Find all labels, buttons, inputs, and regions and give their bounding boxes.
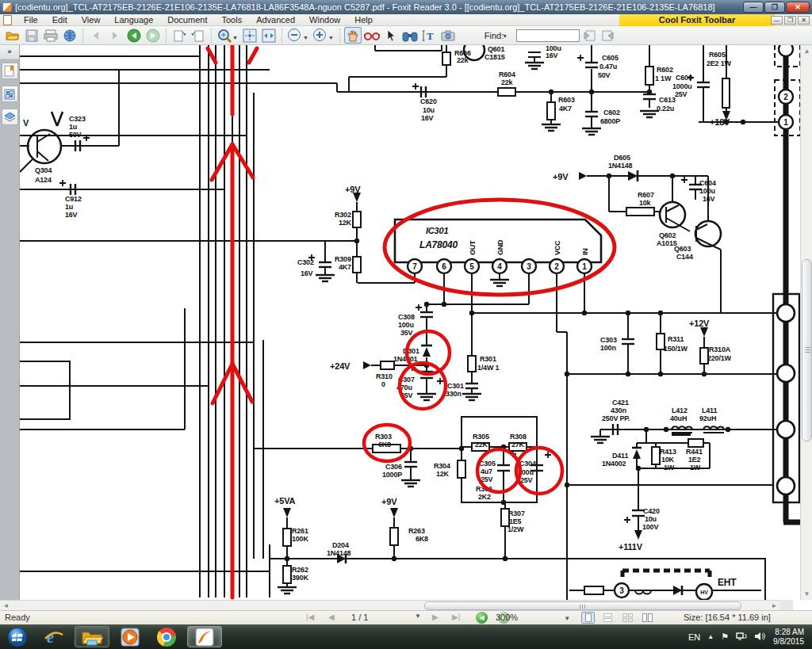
menu-advanced[interactable]: Advanced	[249, 15, 302, 25]
sidebar-item-pages[interactable]	[2, 86, 18, 102]
text-select-button[interactable]: T	[420, 27, 438, 44]
svg-text:R301: R301	[480, 355, 496, 363]
svg-text:Q603: Q603	[674, 245, 691, 253]
menu-window[interactable]: Window	[302, 15, 347, 25]
facing-layout-button[interactable]	[621, 612, 634, 624]
continuous-layout-button[interactable]	[601, 612, 615, 624]
single-page-layout-button[interactable]	[581, 612, 595, 624]
minimize-button[interactable]: —	[743, 2, 764, 13]
back-button[interactable]	[87, 27, 105, 44]
rotate-left-button[interactable]	[170, 27, 188, 44]
snapshot-button[interactable]	[439, 27, 457, 44]
svg-text:1N4002: 1N4002	[602, 460, 626, 468]
volume-icon[interactable]	[754, 632, 765, 643]
menu-document[interactable]: Document	[160, 15, 214, 25]
sidebar-collapse-button[interactable]: »	[0, 45, 19, 59]
zoom-level-combo[interactable]: 300%▼	[496, 613, 570, 622]
rotate-right-button[interactable]	[190, 27, 207, 44]
next-page-button[interactable]: ▶	[432, 613, 439, 621]
find-dropdown[interactable]: ▼	[502, 33, 508, 39]
svg-text:4K7: 4K7	[339, 263, 351, 271]
internet-explorer-icon: e	[44, 628, 64, 647]
pdf-page[interactable]: 7654321OUTGNDVCCIN213HVR60622kQ601C18151…	[20, 45, 800, 600]
find-previous-button[interactable]	[580, 27, 598, 44]
zoom-in-dropdown[interactable]: ▼	[328, 35, 334, 40]
zoom-tool-button[interactable]	[216, 27, 233, 44]
previous-page-button[interactable]: ◀	[328, 613, 335, 621]
email-button[interactable]	[61, 27, 79, 44]
previous-view-button[interactable]	[125, 27, 143, 44]
find-tool-button[interactable]	[401, 27, 419, 44]
menu-view[interactable]: View	[75, 15, 108, 25]
vertical-scroll-thumb[interactable]	[802, 259, 812, 441]
action-center-flag-icon[interactable]: ⚑	[721, 632, 729, 642]
svg-text:25V: 25V	[675, 90, 688, 98]
cool-foxit-toolbar-banner: Cool Foxit Toolbar	[619, 14, 775, 26]
menu-bar: FileEditViewLanguageDocumentToolsAdvance…	[0, 14, 812, 26]
hand-tool-button[interactable]	[344, 27, 362, 44]
sidebar-item-layers[interactable]	[2, 109, 18, 125]
continuous-facing-layout-button[interactable]	[641, 612, 654, 624]
taskbar-item-media-player[interactable]	[113, 626, 147, 647]
mdi-restore-button[interactable]: ❐	[784, 16, 796, 25]
find-next-button[interactable]	[599, 27, 617, 44]
menu-edit[interactable]: Edit	[45, 15, 75, 25]
last-page-button[interactable]: ▶|	[452, 613, 460, 621]
select-tool-button[interactable]	[382, 27, 400, 44]
print-icon	[44, 29, 58, 42]
open-button[interactable]	[4, 27, 21, 44]
network-icon[interactable]	[736, 632, 747, 643]
horizontal-scroll-thumb[interactable]	[424, 601, 741, 610]
print-button[interactable]	[42, 27, 59, 44]
taskbar-item-internet-explorer[interactable]: e	[36, 626, 71, 647]
first-page-button[interactable]: |◀	[306, 613, 314, 621]
svg-text:+24V: +24V	[330, 361, 350, 371]
menu-help[interactable]: Help	[347, 15, 380, 25]
hidden-icons-arrow[interactable]: ▲	[707, 633, 714, 640]
previous-view-button-status[interactable]: ◀	[476, 612, 488, 624]
find-input[interactable]	[516, 29, 580, 42]
svg-text:IN: IN	[581, 248, 589, 255]
reader-glasses-button[interactable]	[363, 27, 381, 44]
zoom-out-dropdown[interactable]: ▼	[303, 35, 308, 40]
schematic-components	[28, 45, 800, 600]
menu-tools[interactable]: Tools	[214, 15, 249, 25]
svg-text:C308: C308	[398, 313, 415, 321]
scroll-up-arrow[interactable]: ▲	[801, 45, 812, 57]
fit-page-button[interactable]	[241, 27, 259, 44]
menu-language[interactable]: Language	[107, 15, 160, 25]
svg-text:+111V: +111V	[619, 542, 643, 552]
next-view-icon	[146, 29, 160, 43]
zoom-out-button[interactable]	[286, 27, 304, 44]
svg-text:C421: C421	[612, 399, 629, 407]
svg-text:GND: GND	[496, 239, 504, 255]
fit-width-button[interactable]	[260, 27, 278, 44]
svg-text:6: 6	[442, 262, 446, 271]
svg-text:50V: 50V	[69, 131, 82, 139]
svg-text:R304: R304	[434, 462, 450, 470]
menu-file[interactable]: File	[17, 15, 45, 25]
next-view-button[interactable]	[144, 27, 162, 44]
taskbar-item-chrome[interactable]	[149, 626, 184, 647]
vertical-scrollbar[interactable]: ▲ ▼	[800, 45, 812, 600]
zoom-tool-dropdown[interactable]: ▼	[232, 35, 238, 40]
mdi-minimize-button[interactable]: —	[771, 16, 783, 25]
taskbar-item-foxit-reader[interactable]	[187, 626, 222, 647]
zoom-in-button[interactable]	[312, 27, 329, 44]
start-button[interactable]	[2, 626, 33, 647]
page-number-combo[interactable]: 1 / 1▼	[351, 613, 421, 622]
close-button[interactable]: ✕	[786, 2, 810, 13]
sidebar-item-bookmarks[interactable]	[2, 63, 18, 79]
mdi-close-button[interactable]: ✕	[798, 16, 810, 25]
svg-text:C323: C323	[69, 115, 86, 123]
save-button[interactable]	[23, 27, 40, 44]
language-indicator[interactable]: EN	[688, 632, 700, 642]
scroll-down-arrow[interactable]: ▼	[801, 588, 812, 600]
forward-button[interactable]	[106, 27, 124, 44]
maximize-button[interactable]: ❐	[764, 2, 785, 13]
clock[interactable]: 8:28 AM 9/8/2015	[773, 628, 804, 647]
svg-text:R413: R413	[660, 448, 676, 456]
taskbar-item-explorer[interactable]	[75, 626, 109, 647]
horizontal-scrollbar[interactable]: ◄ ►	[0, 600, 780, 610]
svg-text:Q601: Q601	[488, 45, 504, 53]
